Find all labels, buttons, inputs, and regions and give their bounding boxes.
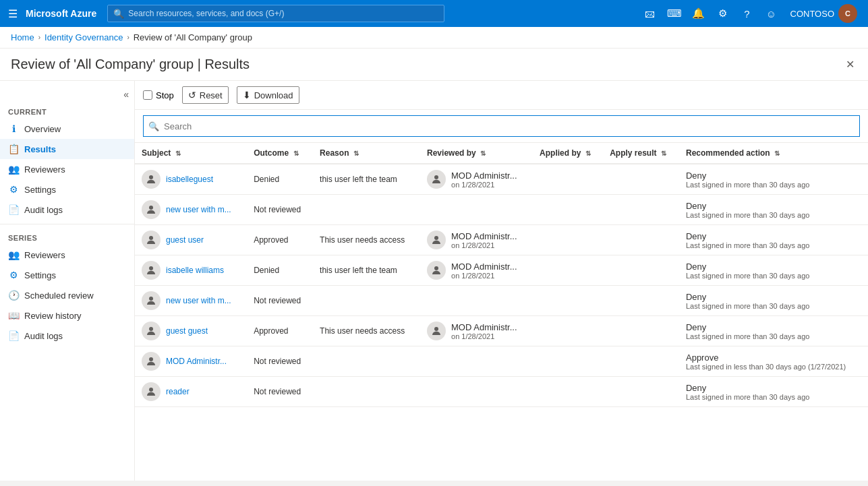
reviewer-name: MOD Administr... <box>451 171 517 181</box>
sidebar-item-reviewers2[interactable]: 👥 Reviewers <box>0 245 134 265</box>
breadcrumb-home[interactable]: Home <box>11 32 34 42</box>
breadcrumb-identity-gov[interactable]: Identity Governance <box>45 32 123 42</box>
settings-icon[interactable]: ⚙ <box>712 3 734 24</box>
sidebar-item-settings[interactable]: ⚙ Settings <box>0 179 134 200</box>
action-label: Deny <box>686 322 861 332</box>
search-row: 🔍 <box>135 110 868 143</box>
table-search-icon: 🔍 <box>148 121 159 131</box>
subject-name[interactable]: MOD Administr... <box>166 357 227 366</box>
col-applied-by[interactable]: Applied by ⇅ <box>533 143 603 164</box>
cell-reviewed-by <box>420 286 533 316</box>
cell-outcome: Not reviewed <box>247 377 313 407</box>
breadcrumb-sep1: › <box>38 34 40 41</box>
user-profile[interactable]: CONTOSO C <box>785 4 863 23</box>
sidebar-item-history[interactable]: 📖 Review history <box>0 305 134 326</box>
notifications-icon[interactable]: 🖂 <box>639 3 661 24</box>
sidebar-item-results[interactable]: 📋 Results <box>0 139 134 159</box>
toolbar: Stop ↺ Reset ⬇ Download <box>135 81 868 110</box>
cell-applied-by <box>533 346 603 377</box>
sidebar-item-results-label: Results <box>24 144 56 154</box>
action-label: Deny <box>686 171 861 181</box>
subject-name[interactable]: guest guest <box>166 326 208 336</box>
cell-recommended-action: Deny Last signed in more than 30 days ag… <box>679 225 868 255</box>
action-label: Deny <box>686 201 861 211</box>
cell-apply-result <box>603 255 679 286</box>
svg-point-3 <box>149 236 153 240</box>
subject-name[interactable]: isabelle williams <box>166 266 224 275</box>
cell-reason: This user needs access <box>313 316 420 346</box>
cell-reason: this user left the team <box>313 255 420 286</box>
subject-name[interactable]: isabelleguest <box>166 175 213 184</box>
reset-button[interactable]: ↺ Reset <box>182 86 229 104</box>
action-label: Approve <box>686 353 861 363</box>
download-button[interactable]: ⬇ Download <box>237 86 299 104</box>
svg-point-11 <box>149 388 153 392</box>
reviewer-avatar <box>427 231 446 249</box>
collapse-icon[interactable]: « <box>123 89 129 100</box>
cell-subject: reader <box>135 377 247 407</box>
cell-apply-result <box>603 286 679 316</box>
cloud-shell-icon[interactable]: ⌨ <box>664 3 685 24</box>
svg-point-2 <box>149 206 153 210</box>
global-search[interactable]: 🔍 Search resources, services, and docs (… <box>107 5 444 22</box>
col-reviewed-by[interactable]: Reviewed by ⇅ <box>420 143 533 164</box>
cell-recommended-action: Deny Last signed in more than 30 days ag… <box>679 377 868 407</box>
cell-reviewed-by <box>420 346 533 377</box>
feedback-icon[interactable]: ☺ <box>761 3 782 24</box>
reviewer-name: MOD Administr... <box>451 231 517 241</box>
subject-name[interactable]: guest user <box>166 235 204 245</box>
sidebar-item-audit2[interactable]: 📄 Audit logs <box>0 326 134 346</box>
content-area: Stop ↺ Reset ⬇ Download 🔍 Subj <box>135 81 868 481</box>
azure-logo: Microsoft Azure <box>26 8 96 19</box>
action-sub: Last signed in more than 30 days ago <box>686 181 861 189</box>
action-label: Deny <box>686 231 861 241</box>
main-layout: « Current ℹ Overview 📋 Results 👥 Reviewe… <box>0 81 868 481</box>
col-apply-result[interactable]: Apply result ⇅ <box>603 143 679 164</box>
sidebar: « Current ℹ Overview 📋 Results 👥 Reviewe… <box>0 81 135 481</box>
settings2-icon: ⚙ <box>8 270 19 280</box>
reset-icon: ↺ <box>188 90 196 100</box>
results-icon: 📋 <box>8 144 19 154</box>
subject-name[interactable]: reader <box>166 387 190 396</box>
col-outcome[interactable]: Outcome ⇅ <box>247 143 313 164</box>
bell-icon[interactable]: 🔔 <box>688 3 710 24</box>
subject-name[interactable]: new user with m... <box>166 296 231 305</box>
cell-reviewed-by: MOD Administr... on 1/28/2021 <box>420 225 533 255</box>
action-label: Deny <box>686 262 861 272</box>
hamburger-icon[interactable]: ☰ <box>5 5 20 23</box>
cell-outcome: Not reviewed <box>247 346 313 377</box>
table-row: new user with m... Not reviewed Deny Las… <box>135 195 868 225</box>
cell-applied-by <box>533 316 603 346</box>
sidebar-item-scheduled[interactable]: 🕐 Scheduled review <box>0 285 134 305</box>
sidebar-item-settings-label: Settings <box>24 185 56 195</box>
action-label: Deny <box>686 383 861 393</box>
sidebar-item-audit-logs[interactable]: 📄 Audit logs <box>0 200 134 220</box>
nav-icons: 🖂 ⌨ 🔔 ⚙ ? ☺ CONTOSO C <box>639 3 863 24</box>
table-row: guest user Approved This user needs acce… <box>135 225 868 255</box>
cell-reason <box>313 286 420 316</box>
svg-point-10 <box>149 357 153 361</box>
cell-subject: new user with m... <box>135 286 247 316</box>
stop-checkbox[interactable] <box>143 90 152 100</box>
search-input[interactable] <box>143 115 860 137</box>
subject-name[interactable]: new user with m... <box>166 205 231 214</box>
sidebar-item-overview[interactable]: ℹ Overview <box>0 119 134 139</box>
reviewer-avatar <box>427 170 446 189</box>
help-icon[interactable]: ? <box>736 3 758 24</box>
subject-avatar <box>142 322 161 340</box>
subject-avatar <box>142 170 161 189</box>
close-button[interactable]: ✕ <box>843 55 857 73</box>
sidebar-item-reviewers[interactable]: 👥 Reviewers <box>0 159 134 179</box>
cell-reason <box>313 195 420 225</box>
col-reason[interactable]: Reason ⇅ <box>313 143 420 164</box>
cell-subject: MOD Administr... <box>135 346 247 377</box>
reviewer-avatar <box>427 261 446 280</box>
stop-button[interactable]: Stop <box>143 90 174 100</box>
sidebar-item-settings2[interactable]: ⚙ Settings <box>0 265 134 285</box>
col-subject[interactable]: Subject ⇅ <box>135 143 247 164</box>
subject-avatar <box>142 231 161 249</box>
cell-recommended-action: Deny Last signed in more than 30 days ag… <box>679 316 868 346</box>
col-recommended-action[interactable]: Recommended action ⇅ <box>679 143 868 164</box>
breadcrumb-current: Review of 'All Company' group <box>134 32 252 42</box>
reviewer-date: on 1/28/2021 <box>451 272 517 280</box>
